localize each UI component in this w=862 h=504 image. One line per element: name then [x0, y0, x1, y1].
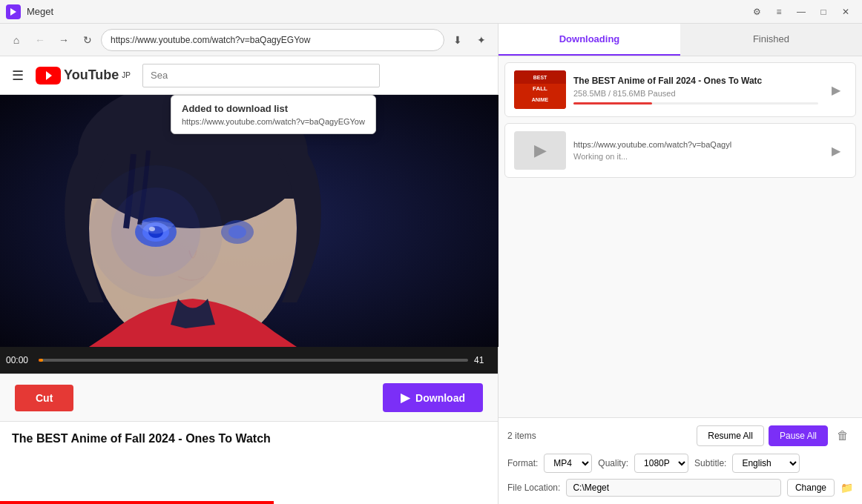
time-start: 00:00 [6, 355, 33, 365]
download-working-2: Working on it... [573, 152, 818, 161]
app-icon [6, 4, 21, 19]
forward-btn[interactable]: → [53, 30, 74, 50]
resume-all-button[interactable]: Resume All [697, 425, 764, 446]
svg-text:ANIME: ANIME [532, 97, 549, 102]
format-label: Format: [507, 458, 538, 468]
home-btn[interactable]: ⌂ [6, 30, 27, 50]
youtube-logo-jp: JP [122, 71, 131, 79]
reload-btn[interactable]: ↻ [77, 30, 98, 50]
download-item-2: ▶ https://www.youtube.com/watch?v=baQagy… [504, 123, 856, 178]
close-btn[interactable]: ✕ [835, 1, 856, 22]
settings-btn[interactable]: ⚙ [746, 1, 767, 22]
download-label: Download [415, 392, 465, 404]
yt-search-input[interactable] [142, 64, 380, 87]
download-thumb-2: ▶ [514, 131, 566, 170]
tab-downloading[interactable]: Downloading [499, 24, 680, 56]
download-to-btn[interactable]: ⬇ [447, 30, 468, 50]
svg-marker-1 [46, 71, 52, 80]
svg-marker-0 [10, 8, 16, 16]
download-footer: 2 items Resume All Pause All 🗑 Format: M… [499, 417, 862, 504]
download-info-1: The BEST Anime of Fall 2024 - Ones To Wa… [573, 76, 818, 105]
download-play-icon: ▶ [401, 391, 409, 405]
download-list: BEST FALL ANIME The BEST Anime of Fall 2… [499, 56, 862, 417]
format-select[interactable]: MP4 MKV AVI MP3 [544, 454, 592, 473]
download-info-2: https://www.youtube.com/watch?v=baQagyl … [573, 140, 818, 161]
download-tooltip: Added to download list https://www.youtu… [171, 95, 376, 134]
yt-header-area: ☰ YouTube JP Added to download list http… [0, 56, 498, 95]
change-location-button[interactable]: Change [787, 479, 835, 497]
youtube-logo-icon [36, 67, 61, 84]
folder-icon[interactable]: 📁 [840, 482, 853, 494]
maximize-btn[interactable]: □ [813, 1, 834, 22]
download-button[interactable]: ▶ Download [383, 383, 483, 412]
format-row: Format: MP4 MKV AVI MP3 Quality: 1080P 7… [507, 454, 853, 473]
item-count: 2 items [507, 431, 692, 441]
video-bottom-progress [0, 501, 274, 504]
pause-all-button[interactable]: Pause All [769, 425, 828, 446]
download-thumb-1: BEST FALL ANIME [514, 70, 566, 109]
svg-text:FALL: FALL [533, 85, 547, 92]
downloader-panel: Downloading Finished BEST FALL ANIME The… [499, 24, 862, 504]
location-row: File Location: Change 📁 [507, 479, 853, 497]
download-url-2: https://www.youtube.com/watch?v=baQagyl [573, 140, 818, 149]
progress-fill [39, 359, 43, 362]
delete-all-button[interactable]: 🗑 [832, 425, 853, 446]
app-title: Meget [27, 6, 746, 17]
tooltip-title: Added to download list [182, 103, 365, 114]
main-area: ⌂ ← → ↻ https://www.youtube.com/watch?v=… [0, 24, 862, 504]
window-controls: ⚙ ≡ — □ ✕ [746, 1, 856, 22]
tab-finished[interactable]: Finished [680, 24, 862, 56]
location-input[interactable] [566, 479, 781, 497]
download-play-btn-2[interactable]: ▶ [826, 140, 846, 161]
bookmark-btn[interactable]: ✦ [471, 30, 492, 50]
youtube-header: ☰ YouTube JP [0, 56, 498, 95]
yt-search-box[interactable] [142, 64, 380, 87]
quality-select[interactable]: 1080P 720P 480P [634, 454, 688, 473]
youtube-logo: YouTube JP [36, 67, 131, 84]
quality-label: Quality: [598, 458, 628, 468]
location-label: File Location: [507, 483, 560, 493]
svg-point-11 [228, 225, 246, 239]
youtube-logo-text: YouTube [64, 67, 119, 83]
cut-button[interactable]: Cut [15, 385, 73, 411]
download-meta-1: 258.5MB / 815.6MB Paused [573, 89, 818, 98]
video-controls: Cut ▶ Download [0, 374, 498, 421]
tooltip-url: https://www.youtube.com/watch?v=baQagyEG… [182, 117, 365, 126]
subtitle-select[interactable]: English Japanese None [732, 454, 800, 473]
stats-row: 2 items Resume All Pause All 🗑 [507, 425, 853, 446]
progress-track[interactable] [39, 359, 468, 362]
download-title-1: The BEST Anime of Fall 2024 - Ones To Wa… [573, 76, 818, 86]
download-tabs: Downloading Finished [499, 24, 862, 56]
titlebar: Meget ⚙ ≡ — □ ✕ [0, 0, 862, 24]
url-text: https://www.youtube.com/watch?v=baQagyEG… [111, 35, 435, 45]
menu-btn[interactable]: ≡ [769, 1, 789, 22]
download-progress-fill-1 [573, 102, 652, 105]
subtitle-label: Subtitle: [694, 458, 726, 468]
timeline-bar: 00:00 41 [0, 347, 498, 374]
back-btn[interactable]: ← [30, 30, 50, 50]
yt-menu-btn[interactable]: ☰ [12, 67, 24, 84]
minimize-btn[interactable]: — [791, 1, 812, 22]
video-title: The BEST Anime of Fall 2024 - Ones To Wa… [0, 421, 498, 501]
download-play-btn-1[interactable]: ▶ [826, 79, 846, 100]
svg-text:BEST: BEST [533, 75, 547, 80]
browser-panel: ⌂ ← → ↻ https://www.youtube.com/watch?v=… [0, 24, 499, 504]
address-bar[interactable]: https://www.youtube.com/watch?v=baQagyEG… [101, 29, 444, 51]
nav-bar: ⌂ ← → ↻ https://www.youtube.com/watch?v=… [0, 24, 498, 56]
download-progress-track-1 [573, 102, 818, 105]
play-placeholder-icon: ▶ [534, 141, 547, 160]
time-end: 41 [474, 355, 492, 365]
download-item-1: BEST FALL ANIME The BEST Anime of Fall 2… [504, 62, 856, 117]
